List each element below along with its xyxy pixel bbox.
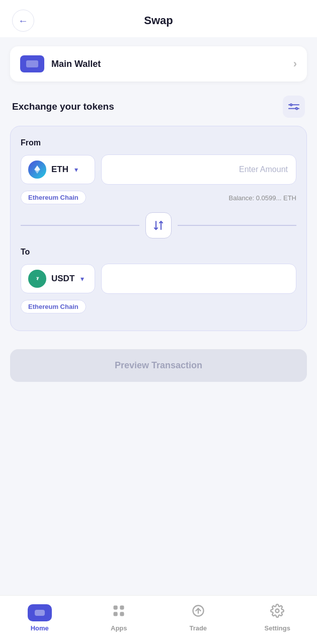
to-label: To xyxy=(21,248,296,257)
to-token-row: ₮ USDT ▾ xyxy=(21,264,296,294)
nav-trade-label: Trade xyxy=(189,624,207,632)
divider-line-left xyxy=(21,225,139,226)
apps-icon xyxy=(112,604,126,621)
wallet-icon xyxy=(20,55,44,72)
swap-divider xyxy=(21,212,296,238)
to-chain-badge: Ethereum Chain xyxy=(21,300,86,313)
svg-rect-11 xyxy=(120,606,124,610)
nav-apps[interactable]: Apps xyxy=(99,604,139,632)
exchange-header: Exchange your tokens xyxy=(0,91,317,126)
to-token-selector[interactable]: ₮ USDT ▾ xyxy=(21,264,95,293)
chevron-right-icon: › xyxy=(293,57,297,70)
svg-rect-13 xyxy=(120,612,124,616)
wallet-bar[interactable]: Main Wallet › xyxy=(10,46,307,82)
wallet-info: Main Wallet xyxy=(20,55,101,72)
amount-input[interactable] xyxy=(101,154,296,185)
bottom-nav: Home Apps Trade S xyxy=(0,595,317,644)
settings-icon xyxy=(270,604,284,621)
to-caret-icon: ▾ xyxy=(81,275,84,283)
from-bottom-row: Ethereum Chain Balance: 0.0599... ETH xyxy=(21,191,296,207)
from-label: From xyxy=(21,138,296,147)
svg-rect-10 xyxy=(114,606,118,610)
swap-box: From ETH ▾ Ethereum Chain Balance: 0.059… xyxy=(10,126,307,331)
back-button[interactable]: ← xyxy=(12,10,34,32)
from-token-selector[interactable]: ETH ▾ xyxy=(21,155,95,184)
wallet-name: Main Wallet xyxy=(51,59,101,69)
back-icon: ← xyxy=(18,15,28,27)
balance-text: Balance: 0.0599... ETH xyxy=(229,194,296,202)
from-caret-icon: ▾ xyxy=(74,166,78,174)
eth-logo xyxy=(28,160,46,179)
svg-point-16 xyxy=(276,609,279,613)
trade-icon xyxy=(191,604,205,621)
filter-button[interactable] xyxy=(283,96,305,118)
svg-rect-12 xyxy=(114,612,118,616)
nav-home-label: Home xyxy=(31,624,49,632)
from-token-row: ETH ▾ xyxy=(21,154,296,185)
preview-transaction-button: Preview Transaction xyxy=(10,349,307,382)
nav-settings-label: Settings xyxy=(265,624,290,632)
to-token-name: USDT xyxy=(51,274,74,284)
exchange-title: Exchange your tokens xyxy=(12,101,114,112)
home-icon xyxy=(28,604,52,621)
nav-apps-label: Apps xyxy=(111,624,127,632)
nav-settings[interactable]: Settings xyxy=(257,604,297,632)
nav-trade[interactable]: Trade xyxy=(178,604,218,632)
from-token-name: ETH xyxy=(51,165,68,175)
swap-direction-button[interactable] xyxy=(145,212,172,238)
swap-arrows-icon xyxy=(152,219,165,231)
page-title: Swap xyxy=(144,14,173,27)
divider-line-right xyxy=(178,225,296,226)
to-chain-row: Ethereum Chain xyxy=(21,300,296,316)
filter-icon xyxy=(288,101,299,112)
to-amount-input[interactable] xyxy=(101,264,296,294)
header: ← Swap xyxy=(0,0,317,37)
nav-home[interactable]: Home xyxy=(20,604,60,632)
from-chain-badge: Ethereum Chain xyxy=(21,191,86,204)
usdt-logo: ₮ xyxy=(28,270,46,288)
